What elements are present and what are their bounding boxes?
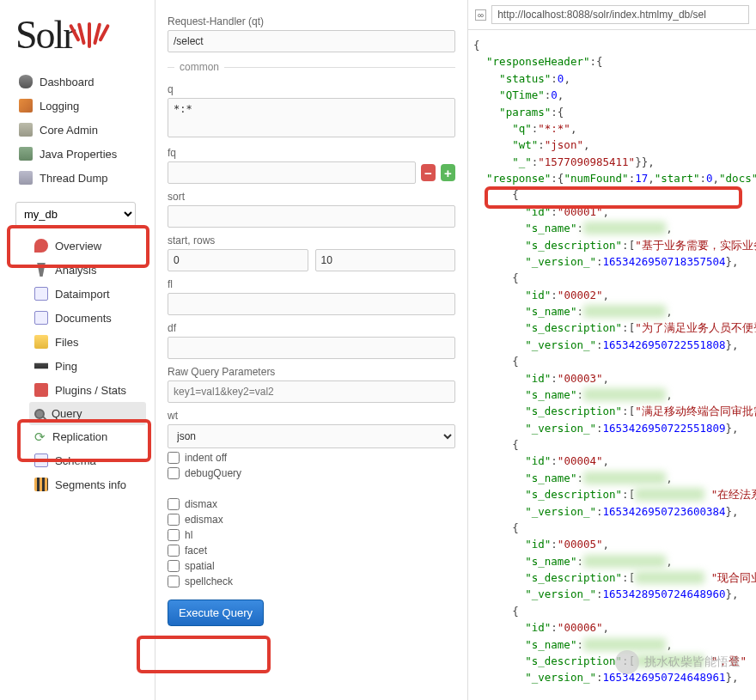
checkbox-edismax[interactable] [168, 514, 180, 526]
subnav-label: Ping [55, 360, 77, 373]
startrows-label: start, rows [168, 234, 455, 247]
subnav-label: Replication [52, 430, 107, 443]
files-icon [34, 335, 48, 349]
fl-input[interactable] [168, 293, 455, 315]
subnav-item-dataimport[interactable]: Dataimport [29, 282, 146, 306]
nav-label: Core Admin [40, 124, 98, 137]
execute-query-button[interactable]: Execute Query [168, 600, 264, 626]
subnav-item-query[interactable]: Query [29, 402, 146, 425]
segments-icon [34, 478, 48, 491]
watermark: 挑水砍柴皆能悟道 [615, 650, 741, 674]
subnav-item-segments[interactable]: Segments info [29, 472, 146, 496]
nav-label: Thread Dump [40, 172, 107, 185]
subnav-label: Analysis [55, 264, 96, 277]
subnav-item-documents[interactable]: Documents [29, 306, 146, 330]
subnav-label: Documents [55, 312, 112, 325]
checkbox-dismax[interactable] [168, 498, 180, 510]
subnav-label: Segments info [55, 478, 126, 491]
q-label: q [168, 83, 455, 95]
dashboard-icon [19, 75, 33, 88]
subnav-label: Overview [55, 240, 101, 253]
raw-input[interactable] [168, 380, 455, 403]
request-handler-label: Request-Handler (qt) [168, 15, 455, 27]
plugins-icon [34, 383, 48, 397]
start-input[interactable] [168, 249, 308, 271]
threaddump-icon [19, 171, 33, 185]
subnav-label: Schema [55, 454, 96, 467]
checkbox-indent-off[interactable] [168, 452, 180, 464]
javaprops-icon [19, 147, 33, 161]
nav-item-threaddump[interactable]: Thread Dump [15, 166, 146, 190]
check-edismax[interactable]: edismax [168, 514, 455, 526]
subnav-item-overview[interactable]: Overview [29, 234, 146, 258]
nav-item-coreadmin[interactable]: Core Admin [15, 118, 146, 142]
df-label: df [168, 322, 455, 334]
nav-label: Logging [40, 100, 79, 113]
overview-icon [34, 239, 48, 253]
json-response: { "responseHeader":{ "status":0, "QTime"… [468, 30, 756, 693]
url-input[interactable] [491, 5, 749, 24]
logo-rays-icon [77, 22, 101, 48]
checkbox-debugQuery[interactable] [168, 467, 180, 479]
nav-label: Java Properties [40, 148, 117, 161]
check-hl[interactable]: hl [168, 529, 455, 541]
subnav-label: Dataimport [55, 288, 110, 301]
subnav-item-plugins[interactable]: Plugins / Stats [29, 378, 146, 402]
fl-label: fl [168, 278, 455, 290]
core-selector-dropdown[interactable]: my_db [15, 202, 136, 227]
check-spellcheck[interactable]: spellcheck [168, 575, 455, 587]
fq-add-button[interactable]: + [441, 164, 455, 181]
q-input[interactable]: *:* [168, 98, 455, 137]
subnav-label: Query [52, 407, 82, 420]
subnav-item-analysis[interactable]: Analysis [29, 258, 146, 282]
nav-label: Dashboard [40, 76, 94, 88]
checkbox-spellcheck[interactable] [168, 575, 180, 587]
fq-remove-button[interactable]: − [421, 164, 436, 181]
nav-item-javaprops[interactable]: Java Properties [15, 142, 146, 166]
schema-icon [34, 453, 48, 467]
checkbox-spatial[interactable] [168, 560, 180, 572]
query-panel: Request-Handler (qt) common q *:* fq − +… [155, 0, 467, 700]
analysis-icon [34, 263, 48, 277]
replication-icon: ⟳ [34, 431, 46, 443]
wt-select[interactable]: json [168, 424, 455, 448]
nav-item-logging[interactable]: Logging [15, 94, 146, 118]
df-input[interactable] [168, 337, 455, 359]
subnav-label: Files [55, 336, 78, 349]
check-indent-off[interactable]: indent off [168, 452, 455, 464]
subnav-item-replication[interactable]: ⟳Replication [29, 425, 146, 448]
nav-item-dashboard[interactable]: Dashboard [15, 70, 146, 94]
ping-icon [34, 359, 48, 373]
check-spatial[interactable]: spatial [168, 560, 455, 572]
check-debugQuery[interactable]: debugQuery [168, 467, 455, 479]
sidebar: Solr DashboardLoggingCore AdminJava Prop… [0, 0, 155, 700]
dataimport-icon [34, 287, 48, 301]
fq-label: fq [168, 147, 455, 159]
coreadmin-icon [19, 123, 33, 137]
query-icon [34, 409, 45, 419]
logging-icon [19, 99, 33, 113]
subnav-item-schema[interactable]: Schema [29, 448, 146, 472]
subnav-label: Plugins / Stats [55, 384, 126, 397]
sort-input[interactable] [168, 205, 455, 228]
subnav-item-files[interactable]: Files [29, 330, 146, 354]
rows-input[interactable] [315, 249, 456, 271]
common-legend: common [174, 61, 224, 73]
checkbox-hl[interactable] [168, 529, 180, 541]
check-facet[interactable]: facet [168, 545, 455, 557]
logo: Solr [15, 12, 146, 58]
core-selector[interactable]: my_db [15, 202, 146, 227]
sort-label: sort [168, 191, 455, 203]
checkbox-facet[interactable] [168, 545, 180, 557]
wt-label: wt [168, 410, 455, 422]
fq-input[interactable] [168, 161, 416, 184]
response-panel: ∞ { "responseHeader":{ "status":0, "QTim… [467, 0, 756, 700]
documents-icon [34, 311, 48, 325]
link-icon: ∞ [475, 9, 486, 21]
subnav-item-ping[interactable]: Ping [29, 354, 146, 378]
check-dismax[interactable]: dismax [168, 498, 455, 510]
url-bar: ∞ [468, 0, 756, 30]
request-handler-input[interactable] [168, 30, 455, 52]
raw-label: Raw Query Parameters [168, 366, 455, 378]
logo-text: Solr [15, 12, 75, 58]
